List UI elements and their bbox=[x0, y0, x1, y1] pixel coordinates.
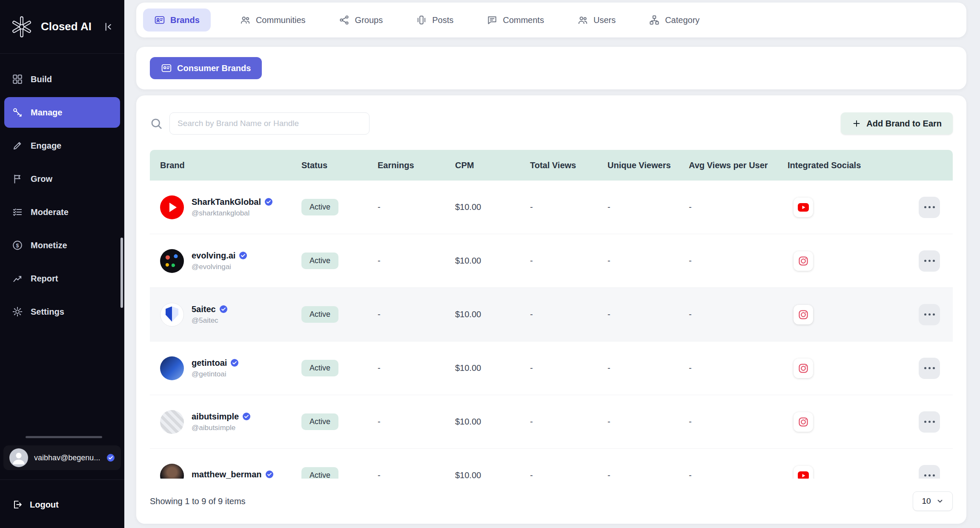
brand-cell: aibutsimple @aibutsimple bbox=[150, 410, 291, 434]
avg-views-value: - bbox=[679, 202, 777, 212]
add-brand-label: Add Brand to Earn bbox=[866, 119, 942, 129]
instagram-icon[interactable] bbox=[794, 412, 813, 432]
table-row[interactable]: evolving.ai @evolvingai Active - $10.00 … bbox=[150, 234, 953, 288]
total-views-value: - bbox=[520, 417, 597, 427]
logout-icon bbox=[12, 499, 23, 510]
sidebar-scrollbar[interactable] bbox=[120, 238, 123, 308]
consumer-brands-label: Consumer Brands bbox=[177, 63, 251, 73]
sidebar-mini-divider bbox=[26, 436, 102, 438]
sidebar-item-monetize[interactable]: $ Monetize bbox=[4, 230, 120, 261]
instagram-icon[interactable] bbox=[794, 305, 813, 324]
row-actions-button[interactable] bbox=[919, 358, 940, 379]
sidebar-divider bbox=[0, 479, 124, 480]
sidebar-item-manage[interactable]: Manage bbox=[4, 97, 120, 128]
table-header: Brand Status Earnings CPM Total Views Un… bbox=[150, 150, 953, 181]
status-badge: Active bbox=[301, 467, 338, 479]
brand-name: aibutsimple bbox=[192, 412, 239, 422]
row-actions-button[interactable] bbox=[919, 411, 940, 433]
add-brand-button[interactable]: Add Brand to Earn bbox=[841, 112, 953, 135]
chat-icon bbox=[487, 14, 498, 26]
brand-cell: matthew_berman bbox=[150, 464, 291, 479]
search-input[interactable] bbox=[169, 112, 370, 135]
sidebar-collapse-icon[interactable] bbox=[102, 21, 114, 33]
app-title: Closed AI bbox=[41, 20, 95, 33]
sidebar-menu: Build Manage Engage Grow Moderate bbox=[0, 54, 124, 327]
two-users-icon bbox=[577, 14, 588, 26]
brand-cell: SharkTankGlobal @sharktankglobal bbox=[150, 195, 291, 219]
total-views-value: - bbox=[520, 363, 597, 373]
unique-viewers-value: - bbox=[597, 256, 679, 266]
flag-icon bbox=[12, 173, 23, 184]
avg-views-value: - bbox=[679, 471, 777, 479]
table-row[interactable]: matthew_berman Active - $10.00 - - - bbox=[150, 449, 953, 479]
consumer-brands-button[interactable]: Consumer Brands bbox=[150, 57, 262, 79]
tab-groups[interactable]: Groups bbox=[335, 9, 387, 32]
brand-name: matthew_berman bbox=[192, 470, 262, 479]
brands-table: Brand Status Earnings CPM Total Views Un… bbox=[150, 150, 953, 479]
brand-name: evolving.ai bbox=[192, 251, 235, 261]
sidebar-item-moderate[interactable]: Moderate bbox=[4, 197, 120, 227]
verified-badge-icon bbox=[242, 412, 251, 421]
row-actions-button[interactable] bbox=[919, 465, 940, 479]
consumer-brands-bar: Consumer Brands bbox=[136, 47, 966, 89]
verified-badge-icon bbox=[265, 470, 274, 479]
sidebar-item-grow[interactable]: Grow bbox=[4, 164, 120, 194]
unique-viewers-value: - bbox=[597, 310, 679, 319]
tab-posts[interactable]: Posts bbox=[412, 9, 458, 32]
checklist-icon bbox=[12, 207, 23, 218]
instagram-icon[interactable] bbox=[794, 251, 813, 271]
pagination-summary: Showing 1 to 9 of 9 items bbox=[150, 496, 246, 506]
total-views-value: - bbox=[520, 202, 597, 212]
cpm-value: $10.00 bbox=[445, 471, 520, 479]
row-actions-button[interactable] bbox=[919, 197, 940, 218]
consumer-brands-icon bbox=[161, 63, 172, 74]
sidebar-item-label: Engage bbox=[31, 141, 61, 151]
device-post-icon bbox=[416, 14, 427, 26]
sidebar-item-report[interactable]: Report bbox=[4, 263, 120, 294]
tab-comments[interactable]: Comments bbox=[482, 9, 548, 32]
search-icon bbox=[150, 117, 163, 130]
verified-badge-icon bbox=[230, 359, 239, 367]
user-account[interactable]: vaibhav@begenu... bbox=[3, 445, 121, 470]
key-icon bbox=[12, 107, 23, 118]
sidebar-item-label: Build bbox=[31, 75, 52, 84]
tab-users[interactable]: Users bbox=[573, 9, 620, 32]
sidebar-item-build[interactable]: Build bbox=[4, 64, 120, 95]
row-actions-button[interactable] bbox=[919, 250, 940, 272]
sidebar-header: Closed AI bbox=[0, 0, 124, 54]
sidebar-item-settings[interactable]: Settings bbox=[4, 296, 120, 327]
plus-icon bbox=[852, 119, 861, 128]
status-badge: Active bbox=[301, 360, 338, 376]
brand-cell: getintoai @getintoai bbox=[150, 356, 291, 380]
sidebar-item-engage[interactable]: Engage bbox=[4, 130, 120, 161]
people-group-icon bbox=[240, 14, 251, 26]
tab-brands[interactable]: Brands bbox=[143, 9, 211, 32]
tab-label: Comments bbox=[503, 15, 544, 25]
dollar-circle-icon: $ bbox=[12, 240, 23, 251]
youtube-icon[interactable] bbox=[794, 466, 813, 479]
table-row[interactable]: getintoai @getintoai Active - $10.00 - -… bbox=[150, 341, 953, 395]
table-row[interactable]: 5aitec @5aitec Active - $10.00 - - - bbox=[150, 288, 953, 341]
brand-handle: @5aitec bbox=[192, 316, 228, 325]
closed-ai-logo-icon bbox=[10, 15, 33, 38]
brand-avatar bbox=[160, 356, 184, 380]
tab-label: Category bbox=[665, 15, 699, 25]
youtube-icon[interactable] bbox=[794, 198, 813, 217]
tab-communities[interactable]: Communities bbox=[235, 9, 310, 32]
instagram-icon[interactable] bbox=[794, 359, 813, 378]
row-actions-button[interactable] bbox=[919, 304, 940, 325]
sidebar: Closed AI Build Manage Engage bbox=[0, 0, 124, 528]
table-row[interactable]: SharkTankGlobal @sharktankglobal Active … bbox=[150, 181, 953, 234]
brand-avatar bbox=[160, 195, 184, 219]
logout-button[interactable]: Logout bbox=[0, 490, 124, 519]
brand-name: SharkTankGlobal bbox=[192, 197, 261, 207]
column-header-status: Status bbox=[291, 161, 367, 170]
brand-avatar bbox=[160, 303, 184, 327]
cpm-value: $10.00 bbox=[445, 256, 520, 266]
unique-viewers-value: - bbox=[597, 417, 679, 427]
earnings-value: - bbox=[367, 310, 445, 319]
brand-name: getintoai bbox=[192, 358, 227, 368]
tab-category[interactable]: Category bbox=[645, 9, 704, 32]
page-size-select[interactable]: 10 bbox=[913, 491, 953, 511]
table-row[interactable]: aibutsimple @aibutsimple Active - $10.00… bbox=[150, 395, 953, 449]
